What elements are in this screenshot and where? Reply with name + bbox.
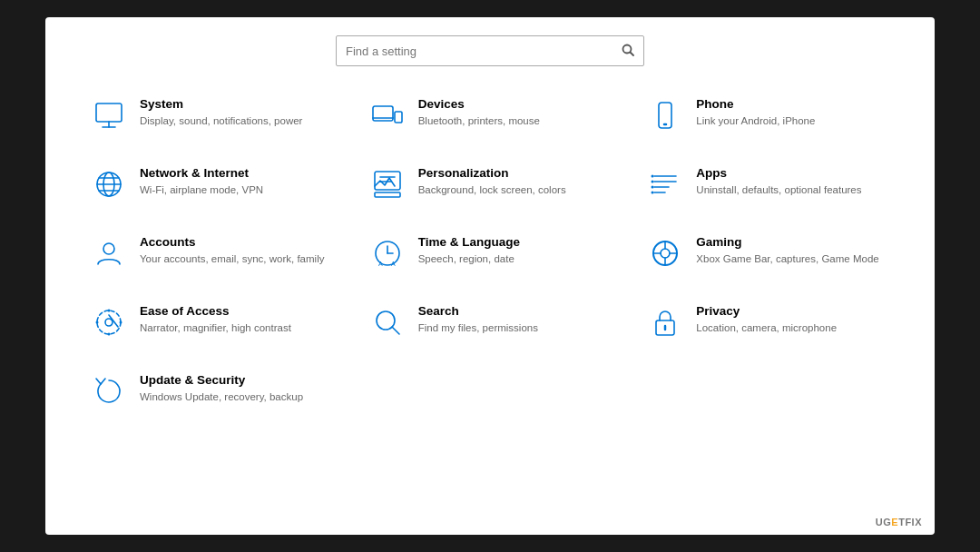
svg-rect-16 xyxy=(375,192,400,197)
svg-text:A: A xyxy=(391,261,396,267)
svg-point-34 xyxy=(661,249,670,258)
svg-line-45 xyxy=(392,327,399,334)
setting-item-ease[interactable]: Ease of Access Narrator, magnifier, high… xyxy=(82,291,342,353)
svg-point-40 xyxy=(105,319,113,326)
svg-text:A: A xyxy=(378,261,383,267)
setting-item-personalization[interactable]: Personalization Background, lock screen,… xyxy=(360,153,621,215)
search-bar[interactable] xyxy=(336,35,644,66)
setting-title-time: Time & Language xyxy=(418,235,520,249)
settings-grid: System Display, sound, notifications, po… xyxy=(82,84,898,422)
setting-desc-system: Display, sound, notifications, power xyxy=(140,113,302,128)
phone-icon xyxy=(647,97,683,133)
setting-desc-update: Windows Update, recovery, backup xyxy=(140,389,303,404)
setting-item-privacy[interactable]: Privacy Location, camera, microphone xyxy=(638,291,898,353)
setting-desc-devices: Bluetooth, printers, mouse xyxy=(418,113,540,128)
setting-item-phone[interactable]: Phone Link your Android, iPhone xyxy=(638,84,898,146)
personalization-icon xyxy=(369,166,406,202)
setting-title-network: Network & Internet xyxy=(140,166,263,180)
setting-desc-ease: Narrator, magnifier, high contrast xyxy=(140,320,291,335)
search-input[interactable] xyxy=(346,44,622,58)
accounts-icon xyxy=(91,235,127,271)
setting-item-devices[interactable]: Devices Bluetooth, printers, mouse xyxy=(360,84,621,146)
setting-item-gaming[interactable]: Gaming Xbox Game Bar, captures, Game Mod… xyxy=(638,222,898,284)
ease-icon xyxy=(91,304,127,340)
setting-title-search: Search xyxy=(418,304,538,318)
svg-line-1 xyxy=(631,52,634,55)
system-icon xyxy=(91,97,127,133)
setting-desc-phone: Link your Android, iPhone xyxy=(696,113,815,128)
watermark: UGETFIX xyxy=(876,517,922,527)
setting-desc-network: Wi-Fi, airplane mode, VPN xyxy=(140,182,263,197)
setting-desc-search: Find my files, permissions xyxy=(418,320,538,335)
setting-item-accounts[interactable]: Accounts Your accounts, email, sync, wor… xyxy=(82,222,342,284)
setting-title-accounts: Accounts xyxy=(140,235,324,249)
setting-desc-personalization: Background, lock screen, colors xyxy=(418,182,566,197)
setting-item-update[interactable]: Update & Security Windows Update, recove… xyxy=(82,360,342,422)
setting-item-network[interactable]: Network & Internet Wi-Fi, airplane mode,… xyxy=(82,153,342,215)
svg-rect-2 xyxy=(96,104,122,122)
setting-title-apps: Apps xyxy=(696,166,861,180)
setting-desc-gaming: Xbox Game Bar, captures, Game Mode xyxy=(696,251,878,266)
setting-title-phone: Phone xyxy=(696,97,815,111)
gaming-icon xyxy=(647,235,683,271)
setting-desc-apps: Uninstall, defaults, optional features xyxy=(696,182,861,197)
search-icon xyxy=(369,304,406,340)
setting-title-devices: Devices xyxy=(418,97,540,111)
setting-item-search[interactable]: Search Find my files, permissions xyxy=(360,291,621,353)
setting-item-apps[interactable]: Apps Uninstall, defaults, optional featu… xyxy=(638,153,898,215)
setting-title-update: Update & Security xyxy=(140,373,303,387)
setting-desc-accounts: Your accounts, email, sync, work, family xyxy=(140,251,324,266)
devices-icon xyxy=(369,97,406,133)
privacy-icon xyxy=(647,304,683,340)
setting-item-time[interactable]: AA Time & Language Speech, region, date xyxy=(360,222,621,284)
settings-window: System Display, sound, notifications, po… xyxy=(45,17,935,535)
svg-rect-6 xyxy=(395,112,402,123)
time-icon: AA xyxy=(369,235,406,271)
setting-title-system: System xyxy=(140,97,302,111)
setting-desc-privacy: Location, camera, microphone xyxy=(696,320,837,335)
search-icon xyxy=(622,44,634,59)
setting-item-system[interactable]: System Display, sound, notifications, po… xyxy=(82,84,342,146)
update-icon xyxy=(91,373,127,409)
svg-point-27 xyxy=(103,243,114,254)
network-icon xyxy=(91,166,127,202)
setting-desc-time: Speech, region, date xyxy=(418,251,520,266)
setting-title-gaming: Gaming xyxy=(696,235,878,249)
svg-point-39 xyxy=(97,310,121,334)
setting-title-ease: Ease of Access xyxy=(140,304,291,318)
setting-title-personalization: Personalization xyxy=(418,166,566,180)
apps-icon xyxy=(647,166,683,202)
setting-title-privacy: Privacy xyxy=(696,304,837,318)
